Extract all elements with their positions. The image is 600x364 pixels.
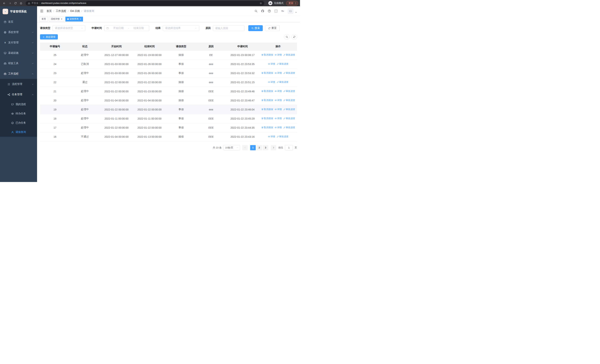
leave-type-select[interactable]: 请选择请假类型 bbox=[53, 25, 85, 31]
forward-button[interactable] bbox=[7, 1, 12, 6]
avatar-caret-icon[interactable] bbox=[295, 11, 297, 13]
approval-progress-link[interactable]: 审批进度 bbox=[283, 117, 295, 120]
prev-page-button[interactable] bbox=[242, 145, 248, 150]
detail-link[interactable]: 详情 bbox=[275, 99, 282, 102]
cell-start-time: 2022-01-22 00:00:00 bbox=[100, 78, 133, 87]
detail-link[interactable]: 详情 bbox=[275, 90, 282, 93]
approval-progress-link[interactable]: 审批进度 bbox=[283, 90, 295, 93]
cancel-leave-link[interactable]: 取消请假 bbox=[261, 53, 273, 56]
column-header-2: 开始时间 bbox=[100, 43, 133, 50]
search-toggle-button[interactable] bbox=[284, 34, 290, 40]
approval-progress-link[interactable]: 审批进度 bbox=[283, 72, 295, 75]
approval-progress-link[interactable]: 审批进度 bbox=[277, 135, 289, 138]
sidebar-item-system-management[interactable]: 系统管理 bbox=[0, 27, 37, 37]
table-toolbar: 发起请假 bbox=[40, 34, 297, 40]
action-label: 审批进度 bbox=[286, 126, 295, 129]
detail-link[interactable]: 详情 bbox=[268, 135, 275, 138]
approval-progress-link[interactable]: 审批进度 bbox=[283, 99, 295, 102]
sidebar-item-todo-tasks[interactable]: 待办任务 bbox=[0, 109, 37, 118]
page-button-3[interactable]: 3 bbox=[263, 145, 268, 150]
cancel-leave-link[interactable]: 取消请假 bbox=[261, 72, 273, 75]
approval-progress-link[interactable]: 审批进度 bbox=[283, 126, 295, 129]
page-content: 请假类型 请选择请假类型 申请时间 开始日期 - 结束日期 bbox=[37, 22, 300, 182]
sidebar-collapse-button[interactable] bbox=[40, 9, 44, 13]
cancel-leave-link[interactable]: 取消请假 bbox=[261, 108, 273, 111]
user-avatar[interactable] bbox=[288, 8, 293, 14]
url-bar[interactable]: 不安全 dashboard.yudao.iocoder.cn/bpm/oa/le… bbox=[26, 1, 264, 6]
sidebar-item-my-process[interactable]: 我的流程 bbox=[0, 100, 37, 109]
sidebar-item-home[interactable]: 首页 bbox=[0, 17, 37, 27]
result-select[interactable]: 请选择流结果 bbox=[163, 25, 199, 31]
font-size-button[interactable]: TT bbox=[281, 9, 284, 13]
breadcrumb-item[interactable]: OA 示例 bbox=[70, 9, 80, 13]
create-leave-button[interactable]: 发起请假 bbox=[40, 34, 58, 39]
page-button-2[interactable]: 2 bbox=[256, 145, 262, 150]
detail-link[interactable]: 详情 bbox=[268, 63, 275, 65]
detail-link[interactable]: 详情 bbox=[275, 53, 282, 56]
sidebar-item-infrastructure[interactable]: 基础设施 bbox=[0, 48, 37, 58]
tab-0[interactable]: 首页 bbox=[40, 17, 48, 21]
approval-progress-link[interactable]: 审批进度 bbox=[283, 108, 295, 111]
cell-actions: 详情审批进度 bbox=[259, 78, 297, 87]
detail-link[interactable]: 详情 bbox=[275, 126, 282, 129]
chevron-down-icon bbox=[32, 83, 34, 85]
tab-1[interactable]: 流程详情× bbox=[49, 17, 64, 21]
kebab-menu-icon[interactable] bbox=[294, 2, 297, 4]
tab-close-icon[interactable]: × bbox=[61, 18, 62, 20]
detail-link[interactable]: 详情 bbox=[275, 72, 282, 75]
tab-label: 首页 bbox=[41, 18, 46, 20]
header-search-button[interactable] bbox=[254, 9, 258, 13]
breadcrumb-item[interactable]: 工作流程 bbox=[56, 9, 66, 13]
sidebar-item-dev-tools[interactable]: 研发工具 bbox=[0, 58, 37, 69]
back-button[interactable] bbox=[2, 1, 7, 6]
goto-page-input[interactable] bbox=[285, 145, 293, 150]
apply-time-range-picker[interactable]: 开始日期 - 结束日期 bbox=[104, 25, 149, 31]
update-button[interactable]: 更新 bbox=[286, 1, 298, 6]
cell-start-time: 2022-01-11 00:00:00 bbox=[100, 114, 133, 123]
cancel-leave-link[interactable]: 取消请假 bbox=[261, 117, 273, 120]
tab-2[interactable]: 请假查询× bbox=[66, 17, 83, 21]
sidebar-item-process-management[interactable]: 流程管理 bbox=[0, 79, 37, 89]
fullscreen-button[interactable] bbox=[274, 9, 278, 13]
cancel-leave-link[interactable]: 取消请假 bbox=[261, 99, 273, 102]
sidebar-item-task-management[interactable]: 任务管理 bbox=[0, 89, 37, 100]
sidebar-item-leave-query[interactable]: 请假查询 bbox=[0, 128, 37, 137]
action-label: 取消请假 bbox=[264, 108, 273, 111]
edit-icon bbox=[283, 108, 286, 111]
sidebar-item-payment-management[interactable]: ¥支付管理 bbox=[0, 37, 37, 48]
approval-progress-link[interactable]: 审批进度 bbox=[277, 63, 289, 65]
app-logo[interactable]: 芋道管理系统 bbox=[0, 6, 37, 17]
next-page-button[interactable] bbox=[271, 145, 276, 150]
action-label: 详情 bbox=[271, 81, 275, 84]
pagination: 共 23 条 10条/页 123 前往 页 bbox=[40, 145, 297, 150]
detail-link[interactable]: 详情 bbox=[275, 108, 282, 111]
reset-button[interactable]: 重置 bbox=[265, 25, 280, 31]
cell-status: 已取消 bbox=[70, 59, 100, 69]
sidebar-item-workflow[interactable]: 工作流程 bbox=[0, 69, 37, 79]
cell-id: 24 bbox=[40, 59, 70, 69]
collapse-icon bbox=[40, 9, 44, 13]
home-button[interactable] bbox=[19, 1, 23, 6]
cell-actions: 取消请假详情审批进度 bbox=[259, 69, 297, 78]
approval-progress-link[interactable]: 审批进度 bbox=[277, 81, 289, 84]
cancel-leave-link[interactable]: 取消请假 bbox=[261, 90, 273, 93]
help-button[interactable] bbox=[268, 9, 271, 13]
refresh-table-button[interactable] bbox=[291, 34, 297, 40]
bookmark-star-icon[interactable] bbox=[260, 2, 262, 4]
github-icon[interactable] bbox=[261, 9, 264, 13]
detail-link[interactable]: 详情 bbox=[268, 81, 275, 84]
reason-input[interactable] bbox=[213, 25, 244, 31]
tab-close-icon[interactable]: × bbox=[80, 18, 81, 20]
sidebar-item-done-tasks[interactable]: 已办任务 bbox=[0, 118, 37, 128]
breadcrumb-item[interactable]: 首页 bbox=[47, 9, 52, 13]
page-size-select[interactable]: 10条/页 bbox=[223, 145, 240, 150]
page-button-1[interactable]: 1 bbox=[250, 145, 256, 150]
search-button[interactable]: 搜索 bbox=[248, 25, 263, 31]
approval-progress-link[interactable]: 审批进度 bbox=[283, 53, 295, 56]
detail-link[interactable]: 详情 bbox=[275, 117, 282, 120]
reload-button[interactable] bbox=[13, 1, 18, 6]
cancel-leave-link[interactable]: 取消请假 bbox=[261, 126, 273, 129]
security-label[interactable]: 不安全 bbox=[31, 2, 38, 5]
trash-icon bbox=[261, 117, 263, 120]
reload-icon bbox=[14, 2, 17, 5]
